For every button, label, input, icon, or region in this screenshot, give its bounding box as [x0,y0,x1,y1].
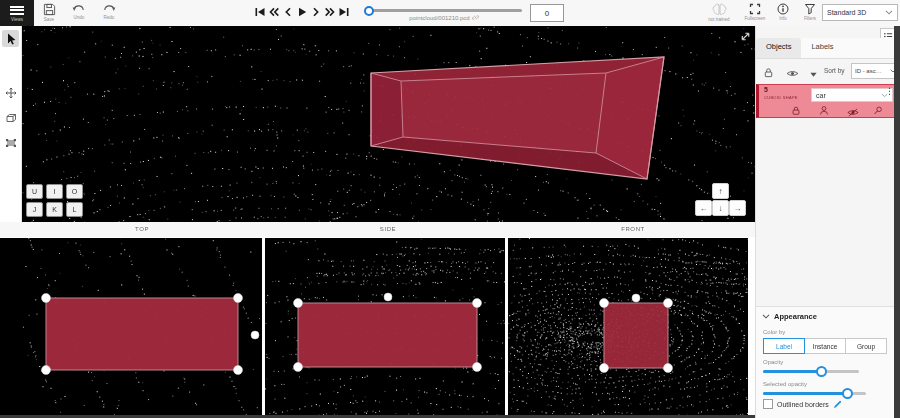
eye-off-icon [847,108,859,117]
color-by-group-button[interactable]: Group [846,338,887,354]
visibility-all-button[interactable] [786,64,799,82]
ml-assist-button[interactable]: not trained [702,3,736,22]
side-view-annotation[interactable] [265,238,505,415]
lock-all-button[interactable] [763,64,774,82]
expand-icon [739,30,752,43]
resize-handle[interactable] [294,363,303,372]
chevron-down-icon [885,10,893,15]
lock-object-button[interactable] [791,102,801,120]
panel-tabs: Objects Labels [756,38,895,59]
color-by-label-button[interactable]: Label [763,338,805,354]
pan-left-button[interactable]: ← [695,200,712,216]
pan-right-button[interactable]: → [729,200,746,216]
rotation-hotkeys: U I O J K L [26,184,83,220]
play-button[interactable] [296,6,308,19]
main-3d-view[interactable]: U I O J K L ↑ ← ↓ → [22,26,755,222]
resize-handle[interactable] [600,364,609,373]
color-by-instance-button[interactable]: Instance [805,338,846,354]
hotkey-k[interactable]: K [46,202,63,217]
object-row[interactable]: 5 CUBOID SHAPE car ⋮ [756,84,896,118]
opacity-slider-thumb[interactable] [816,366,827,377]
undo-button[interactable]: Undo [64,3,94,20]
assign-user-button[interactable] [819,102,829,120]
top-view-annotation[interactable] [22,238,262,415]
color-by-label: Color by [763,329,785,335]
pin-object-button[interactable] [873,102,883,120]
fast-forward-button[interactable] [324,6,336,19]
resize-handle[interactable] [294,299,303,308]
cuboid-annotation[interactable] [22,26,755,222]
frame-number-input[interactable] [530,4,564,22]
redo-button[interactable]: Redo [94,3,124,20]
front-view-annotation[interactable] [508,238,748,415]
right-panel: Objects Labels Sort by ID - asc… 5 CUBOI… [755,26,895,418]
front-view-panel[interactable] [508,238,748,415]
appearance-header[interactable]: Appearance [762,312,817,321]
region-select-icon [5,137,17,149]
move-icon [5,87,17,99]
hide-object-button[interactable] [847,103,859,121]
eye-icon [786,69,799,78]
outlined-borders-checkbox[interactable] [763,399,773,409]
resize-handle[interactable] [234,366,243,375]
resize-handle[interactable] [664,299,673,308]
hotkey-i[interactable]: I [46,184,63,199]
resize-handle[interactable] [473,299,482,308]
filename: pointcloud/001210.pcd [356,14,532,21]
resize-handle[interactable] [42,366,51,375]
opacity-slider[interactable] [763,370,859,373]
sort-select[interactable]: ID - asc… [851,63,900,79]
frame-slider[interactable] [366,9,522,12]
view-mode-select[interactable]: Standard 3D [822,4,898,21]
pan-down-button[interactable]: ↓ [712,200,729,216]
tab-objects[interactable]: Objects [756,38,801,58]
fullscreen-icon [749,3,761,15]
resize-handle[interactable] [473,363,482,372]
class-select[interactable]: car [811,88,893,102]
cursor-icon [5,33,17,45]
skip-first-button[interactable] [254,6,266,19]
resize-handle[interactable] [600,299,609,308]
hotkey-u[interactable]: U [26,184,43,199]
resize-handle[interactable] [664,364,673,373]
next-frame-button[interactable] [310,6,322,19]
top-view-panel[interactable] [22,238,262,415]
move-tool-button[interactable] [2,84,19,101]
object-list-controls: Sort by ID - asc… [756,60,895,82]
front-view-label: FRONT [621,226,645,232]
save-icon [43,3,56,16]
tab-labels[interactable]: Labels [801,38,843,58]
filter-dropdown-button[interactable] [809,65,818,83]
pan-up-button[interactable]: ↑ [712,183,729,199]
resize-handle[interactable] [234,294,243,303]
hotkey-l[interactable]: L [66,202,83,217]
fast-backward-button[interactable] [268,6,280,19]
selected-opacity-slider[interactable] [763,392,866,395]
cuboid-tool-button[interactable] [2,109,19,126]
ortho-views [0,237,755,418]
side-view-panel[interactable] [265,238,505,415]
region-tool-button[interactable] [2,134,19,151]
rotate-handle[interactable] [251,331,259,339]
rotate-handle[interactable] [632,294,640,302]
select-tool-button[interactable] [2,30,19,47]
redo-icon [102,3,116,14]
lock-icon [791,105,801,116]
link-icon [472,14,479,21]
object-menu-button[interactable]: ⋮ [885,87,894,96]
selected-opacity-slider-thumb[interactable] [842,388,853,399]
resize-handle[interactable] [42,294,51,303]
previous-frame-button[interactable] [282,6,294,19]
hamburger-icon [10,4,24,16]
ortho-view-labels: TOP SIDE FRONT [0,222,755,237]
skip-last-button[interactable] [338,6,350,19]
hotkey-j[interactable]: J [26,202,43,217]
pencil-icon[interactable] [833,400,842,409]
appearance-section: Appearance Color by Label Instance Group… [756,306,895,418]
rotate-handle[interactable] [384,293,392,301]
save-button[interactable]: Save [34,3,64,22]
main-menu-button[interactable]: Views [0,0,34,26]
vertical-scrollbar[interactable] [894,26,900,418]
expand-view-button[interactable] [739,30,752,43]
hotkey-o[interactable]: O [66,184,83,199]
